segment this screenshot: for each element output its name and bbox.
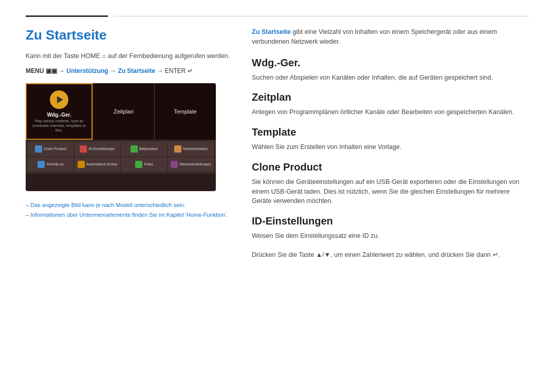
section-text-zeitplan: Anlegen von Programmplänen örtlicher Kan… bbox=[252, 107, 529, 117]
section-text-clone: Sie können die Geräteeinstellungen auf e… bbox=[252, 177, 529, 206]
tv-grid-item: Netzwerkstatus bbox=[168, 142, 214, 156]
menu-path: MENU ▣▣ → Unterstützung → Zu Startseite … bbox=[26, 66, 231, 76]
section-heading-id: ID-Einstellungen bbox=[252, 215, 529, 227]
menu-link2: Zu Startseite bbox=[118, 67, 155, 74]
divider-right bbox=[113, 16, 529, 16]
tv-play-icon bbox=[50, 90, 68, 109]
tv-wdg-cell: Wdg.-Ger. Play various contents, such as… bbox=[26, 83, 92, 140]
content-columns: Zu Startseite Kann mit der Taste HOME ⌂ … bbox=[26, 27, 529, 269]
arrow3: → ENTER ↵ bbox=[157, 67, 192, 74]
right-column: Zu Startseite gibt eine Vielzahl von Inh… bbox=[252, 27, 529, 269]
note-1: Das angezeigte Bild kann je nach Modell … bbox=[26, 200, 231, 210]
section-text-template: Wählen Sie zum Erstellen von Inhalten ei… bbox=[252, 142, 529, 152]
left-column: Zu Startseite Kann mit der Taste HOME ⌂ … bbox=[26, 27, 231, 219]
menu-link1: Unterstützung bbox=[66, 67, 108, 74]
tv-mockup: Wdg.-Ger. Play various contents, such as… bbox=[26, 83, 216, 191]
top-dividers bbox=[26, 15, 529, 17]
tv-wdg-sub: Play various contents, such as scheduled… bbox=[31, 119, 87, 133]
tv-zeitplan-cell: Zeitplan bbox=[92, 83, 154, 140]
tv-grid-item: Fotos bbox=[121, 157, 167, 172]
notes: Das angezeigte Bild kann je nach Modell … bbox=[26, 200, 231, 219]
arrow1: → bbox=[59, 67, 65, 74]
right-intro: Zu Startseite gibt eine Vielzahl von Inh… bbox=[252, 27, 529, 47]
page-container: Zu Startseite Kann mit der Taste HOME ⌂ … bbox=[0, 0, 555, 285]
section-text-wdg: Suchen oder Abspielen von Kanälen oder I… bbox=[252, 73, 529, 83]
intro-text: Kann mit der Taste HOME ⌂ auf der Fernbe… bbox=[26, 51, 231, 61]
tv-grid-item: Automatisch Einhai bbox=[75, 157, 120, 172]
tv-grid-item: ID-Einstellungen bbox=[75, 142, 120, 156]
tv-bottom-grid: Clone ProductID-EinstellungenBildpswandN… bbox=[26, 140, 216, 174]
page-title: Zu Startseite bbox=[26, 27, 231, 43]
tv-grid-item: Warneeinstellungen bbox=[168, 157, 214, 172]
arrow2: → bbox=[110, 67, 116, 74]
tv-grid-item: Clone Product bbox=[28, 142, 73, 156]
section-text-id1: Weisen Sie dem Einstellungssatz eine ID … bbox=[252, 231, 529, 241]
divider-left bbox=[26, 15, 108, 17]
section-heading-template: Template bbox=[252, 126, 529, 138]
section-text-id2: Drücken Sie die Taste ▲/▼, um einen Zahl… bbox=[252, 250, 529, 260]
section-heading-zeitplan: Zeitplan bbox=[252, 91, 529, 103]
tv-grid-item: Bildpswand bbox=[121, 142, 167, 156]
tv-template-cell: Template bbox=[154, 83, 216, 140]
section-heading-clone: Clone Product bbox=[252, 161, 529, 173]
tv-grid-item: Schreib-us bbox=[28, 157, 73, 172]
note-2: Informationen über Untermenüelemente fin… bbox=[26, 210, 231, 220]
right-intro-link: Zu Startseite bbox=[252, 28, 291, 35]
section-heading-wdg: Wdg.-Ger. bbox=[252, 57, 529, 69]
menu-bold: MENU ▣▣ bbox=[26, 67, 57, 74]
tv-top-row: Wdg.-Ger. Play various contents, such as… bbox=[26, 83, 216, 140]
tv-wdg-title: Wdg.-Ger. bbox=[47, 112, 71, 118]
